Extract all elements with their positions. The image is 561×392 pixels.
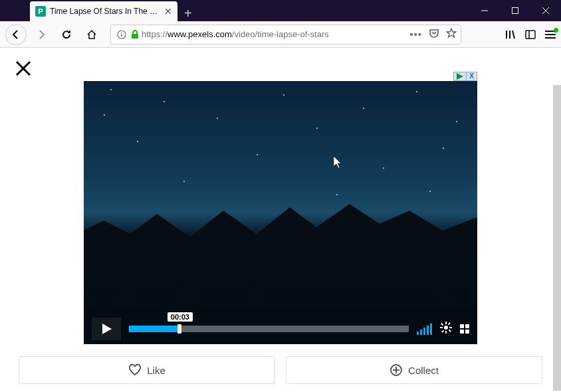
svg-marker-15 [457, 73, 463, 80]
url-text: https://www.pexels.com/video/time-lapse-… [142, 29, 409, 39]
url-path: /video/time-lapse-of-stars [232, 29, 329, 39]
reload-button[interactable] [56, 24, 77, 45]
svg-rect-19 [445, 331, 447, 334]
site-info-icon[interactable] [115, 30, 128, 39]
tab-close-button[interactable]: ✕ [164, 6, 172, 17]
new-tab-button[interactable]: + [177, 6, 199, 21]
download-helper-play-icon[interactable] [454, 72, 466, 80]
mouse-cursor [334, 156, 343, 171]
page-actions-icon[interactable]: ••• [409, 29, 422, 40]
time-tooltip: 00:03 [168, 312, 193, 322]
svg-marker-16 [102, 324, 112, 334]
pocket-icon[interactable] [429, 28, 439, 41]
svg-point-6 [121, 32, 122, 33]
toolbar-right [505, 29, 556, 40]
close-overlay-button[interactable] [15, 60, 32, 80]
window-maximize-button[interactable] [500, 0, 530, 21]
browser-toolbar: https://www.pexels.com/video/time-lapse-… [0, 21, 561, 48]
svg-rect-1 [512, 8, 518, 14]
svg-rect-18 [445, 322, 447, 324]
svg-line-10 [512, 31, 514, 39]
window-close-button[interactable] [530, 0, 561, 21]
url-host: www.pexels.com [168, 29, 232, 39]
video-frame-image [84, 81, 477, 344]
settings-gear-icon[interactable] [440, 322, 452, 336]
video-progress-bar[interactable]: 00:03 [129, 322, 409, 336]
like-label: Like [147, 365, 166, 376]
menu-notification-dot [554, 28, 558, 33]
browser-tab[interactable]: P Time Lapse Of Stars In The Sky ✕ [30, 1, 177, 21]
volume-icon[interactable] [417, 324, 432, 335]
collect-label: Collect [408, 365, 439, 376]
scrollbar-hint[interactable] [553, 85, 561, 391]
fullscreen-icon[interactable] [460, 324, 469, 334]
svg-rect-24 [448, 322, 451, 325]
url-bar[interactable]: https://www.pexels.com/video/time-lapse-… [110, 25, 461, 45]
sidebar-icon[interactable] [525, 29, 536, 40]
page-content: X [0, 48, 561, 392]
action-row: Like Collect [19, 356, 542, 384]
window-controls [469, 0, 561, 21]
window-minimize-button[interactable] [469, 0, 500, 21]
plus-circle-icon [390, 363, 403, 377]
tab-strip: P Time Lapse Of Stars In The Sky ✕ + [0, 0, 469, 21]
library-icon[interactable] [505, 29, 516, 40]
progress-fill [129, 326, 179, 332]
urlbar-actions: ••• [409, 28, 457, 41]
video-wrapper: X [84, 81, 477, 344]
download-helper-close-icon[interactable]: X [466, 72, 477, 80]
like-button[interactable]: Like [19, 356, 275, 384]
play-button[interactable] [92, 318, 121, 340]
video-player[interactable]: 00:03 [84, 81, 477, 344]
forward-button [31, 24, 52, 45]
menu-button[interactable] [545, 31, 556, 39]
svg-point-17 [444, 326, 448, 330]
progress-handle[interactable] [177, 324, 181, 334]
svg-rect-7 [132, 34, 138, 39]
svg-rect-23 [449, 330, 451, 332]
url-prefix: https:// [142, 29, 168, 39]
home-button[interactable] [81, 24, 102, 45]
bookmark-star-icon[interactable] [446, 28, 457, 41]
heart-icon [128, 363, 142, 377]
lock-icon [128, 30, 142, 39]
download-helper-bar: X [453, 72, 477, 81]
svg-rect-20 [440, 327, 443, 328]
svg-rect-21 [449, 327, 452, 328]
tab-title: Time Lapse Of Stars In The Sky [50, 7, 160, 16]
back-button[interactable] [5, 24, 27, 45]
collect-button[interactable]: Collect [286, 356, 542, 384]
svg-rect-11 [526, 31, 535, 39]
svg-rect-25 [441, 330, 444, 333]
tab-favicon: P [35, 6, 46, 17]
window-titlebar: P Time Lapse Of Stars In The Sky ✕ + [0, 0, 561, 21]
svg-rect-22 [441, 323, 443, 326]
video-controls: 00:03 [84, 314, 477, 344]
